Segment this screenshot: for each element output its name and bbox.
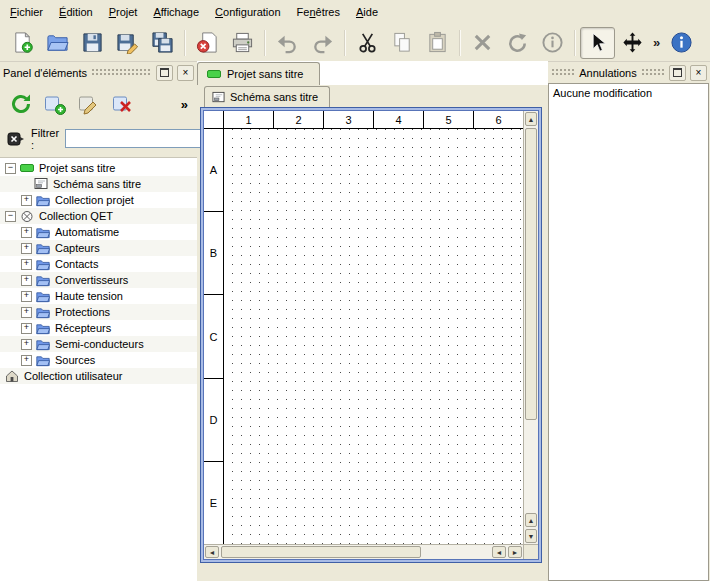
element-info-button[interactable] (535, 27, 570, 59)
menu-fichier[interactable]: Fichier (2, 0, 51, 24)
menu-edition[interactable]: Édition (51, 0, 101, 24)
main-toolbar: » (0, 24, 710, 62)
expand-expander-icon[interactable] (21, 259, 32, 270)
new-file-button[interactable] (5, 27, 40, 59)
folder-icon (36, 225, 50, 239)
save-button[interactable] (75, 27, 110, 59)
collapse-expander-icon[interactable] (5, 211, 16, 222)
collapse-expander-icon[interactable] (5, 163, 16, 174)
dock-drag-handle[interactable] (641, 68, 665, 77)
home-icon (5, 369, 19, 383)
scroll-up-button[interactable]: ▲ (525, 513, 537, 527)
clear-filter-button[interactable] (7, 130, 25, 148)
redo-arrow-icon (311, 31, 334, 54)
expand-expander-icon[interactable] (21, 243, 32, 254)
filter-input[interactable] (65, 129, 215, 148)
close-file-icon (196, 31, 219, 54)
tree-item-collection-qet[interactable]: Collection QET (0, 208, 197, 224)
vertical-scrollbar[interactable]: ▲ ▲ ▼ (523, 111, 538, 544)
undo-button[interactable] (270, 27, 305, 59)
dock-drag-handle[interactable] (551, 68, 575, 77)
tab-projet-sans-titre[interactable]: Projet sans titre (197, 62, 320, 85)
filter-label: Filtrer : (31, 127, 59, 151)
tree-item-schema[interactable]: Schéma sans titre (0, 176, 197, 192)
selection-mode-button[interactable] (580, 27, 615, 59)
toolbar-separator (459, 30, 461, 56)
elements-panel-dock: Panel d'éléments × » Filtrer : Projet sa… (0, 61, 197, 581)
dock-float-button[interactable] (669, 65, 686, 81)
horizontal-scrollbar[interactable]: ◄ ◄ ► (204, 544, 523, 559)
undo-list[interactable]: Aucune modification (548, 83, 709, 581)
menu-fenetres[interactable]: Fenêtres (289, 0, 348, 24)
tree-item-collection-projet[interactable]: Collection projet (0, 192, 197, 208)
tree-item-contacts[interactable]: Contacts (0, 256, 197, 272)
save-all-button[interactable] (145, 27, 180, 59)
tree-item-collection-utilisateur[interactable]: Collection utilisateur (0, 368, 197, 384)
horizontal-scroll-track[interactable] (422, 545, 491, 559)
elements-panel-titlebar[interactable]: Panel d'éléments × (0, 61, 197, 83)
tree-item-semi-conducteurs[interactable]: Semi-conducteurs (0, 336, 197, 352)
scissors-icon (356, 31, 379, 54)
expand-expander-icon[interactable] (21, 323, 32, 334)
menu-affichage[interactable]: Affichage (145, 0, 207, 24)
clipboard-icon (426, 31, 449, 54)
dock-close-button[interactable]: × (690, 65, 707, 81)
row-label: B (204, 212, 223, 295)
dock-float-button[interactable] (156, 65, 173, 81)
delete-button[interactable] (465, 27, 500, 59)
menu-projet[interactable]: Projet (101, 0, 146, 24)
undo-dock-titlebar[interactable]: Annulations × (548, 61, 710, 83)
scroll-left-button[interactable]: ◄ (492, 546, 506, 558)
new-element-button[interactable] (43, 92, 67, 116)
save-as-button[interactable] (110, 27, 145, 59)
tree-item-capteurs[interactable]: Capteurs (0, 240, 197, 256)
tree-item-convertisseurs[interactable]: Convertisseurs (0, 272, 197, 288)
tree-item-project[interactable]: Projet sans titre (0, 160, 197, 176)
open-file-button[interactable] (40, 27, 75, 59)
scroll-up-button[interactable]: ▲ (525, 112, 537, 126)
expand-expander-icon[interactable] (21, 291, 32, 302)
expand-expander-icon[interactable] (21, 339, 32, 350)
tree-item-sources[interactable]: Sources (0, 352, 197, 368)
cut-button[interactable] (350, 27, 385, 59)
refresh-icon (9, 92, 33, 116)
scroll-right-button[interactable]: ► (508, 546, 522, 558)
edit-element-button[interactable] (77, 92, 101, 116)
menu-configuration[interactable]: Configuration (207, 0, 288, 24)
tree-item-recepteurs[interactable]: Récepteurs (0, 320, 197, 336)
print-button[interactable] (225, 27, 260, 59)
panel-overflow-chevron[interactable]: » (181, 97, 188, 112)
tree-item-automatisme[interactable]: Automatisme (0, 224, 197, 240)
schema-canvas[interactable] (224, 129, 523, 544)
expand-expander-icon[interactable] (21, 227, 32, 238)
vertical-scroll-thumb[interactable] (525, 128, 537, 420)
tree-item-protections[interactable]: Protections (0, 304, 197, 320)
redo-button[interactable] (305, 27, 340, 59)
scroll-left-button[interactable]: ◄ (205, 546, 219, 558)
tree-item-label: Automatisme (55, 226, 119, 238)
expand-expander-icon[interactable] (21, 307, 32, 318)
schema-icon (34, 177, 48, 191)
scroll-down-button[interactable]: ▼ (525, 529, 537, 543)
new-file-icon (11, 31, 34, 54)
rotate-button[interactable] (500, 27, 535, 59)
close-file-button[interactable] (190, 27, 225, 59)
vertical-scroll-track[interactable] (524, 421, 538, 512)
paste-button[interactable] (420, 27, 455, 59)
about-button[interactable] (664, 27, 699, 59)
dock-drag-handle[interactable] (91, 68, 152, 77)
reload-collections-button[interactable] (9, 92, 33, 116)
expand-expander-icon[interactable] (21, 275, 32, 286)
menu-aide[interactable]: Aide (348, 0, 386, 24)
expand-expander-icon[interactable] (21, 195, 32, 206)
dock-close-button[interactable]: × (177, 65, 194, 81)
move-mode-button[interactable] (615, 27, 650, 59)
horizontal-scroll-thumb[interactable] (221, 546, 421, 558)
tab-schema-sans-titre[interactable]: Schéma sans titre (204, 86, 330, 107)
expand-expander-icon[interactable] (21, 355, 32, 366)
delete-element-button[interactable] (111, 92, 135, 116)
toolbar-overflow-chevron[interactable]: » (650, 35, 663, 50)
tree-item-haute-tension[interactable]: Haute tension (0, 288, 197, 304)
float-icon (160, 68, 169, 77)
copy-button[interactable] (385, 27, 420, 59)
